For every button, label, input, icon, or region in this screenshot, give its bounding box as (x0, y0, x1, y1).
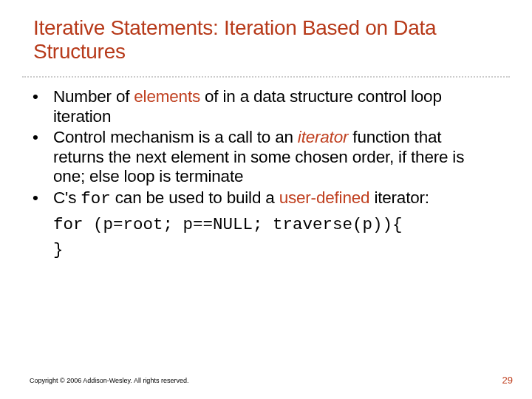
text-fragment: iterator: (369, 188, 429, 207)
accent-text: elements (134, 87, 200, 106)
copyright-footer: Copyright © 2006 Addison-Wesley. All rig… (30, 377, 188, 384)
list-item: • C's for can be used to build a user-de… (30, 188, 488, 209)
text-fragment: C's (53, 188, 81, 207)
bullet-icon: • (30, 87, 53, 126)
bullet-icon: • (30, 128, 53, 187)
bullet-icon: • (30, 188, 53, 209)
code-line: } (53, 238, 488, 263)
accent-text: iterator (298, 128, 348, 146)
text-fragment: can be used to build a (111, 188, 279, 207)
title-divider (22, 76, 510, 78)
bullet-text: C's for can be used to build a user-defi… (53, 188, 488, 209)
text-fragment: Number of (53, 87, 134, 106)
bullet-text: Control mechanism is a call to an iterat… (53, 128, 488, 187)
slide: Iterative Statements: Iteration Based on… (0, 0, 532, 399)
bullet-text: Number of elements of in a data structur… (53, 87, 488, 126)
code-block: for (p=root; p==NULL; traverse(p)){ } (53, 213, 488, 263)
text-fragment: Control mechanism is a call to an (53, 128, 298, 146)
body-content: • Number of elements of in a data struct… (30, 87, 488, 263)
list-item: • Control mechanism is a call to an iter… (30, 128, 488, 187)
code-line: for (p=root; p==NULL; traverse(p)){ (53, 213, 488, 238)
page-title: Iterative Statements: Iteration Based on… (33, 16, 499, 64)
accent-text: user-defined (279, 188, 370, 207)
code-inline: for (81, 189, 111, 208)
page-number: 29 (502, 375, 513, 386)
list-item: • Number of elements of in a data struct… (30, 87, 488, 126)
